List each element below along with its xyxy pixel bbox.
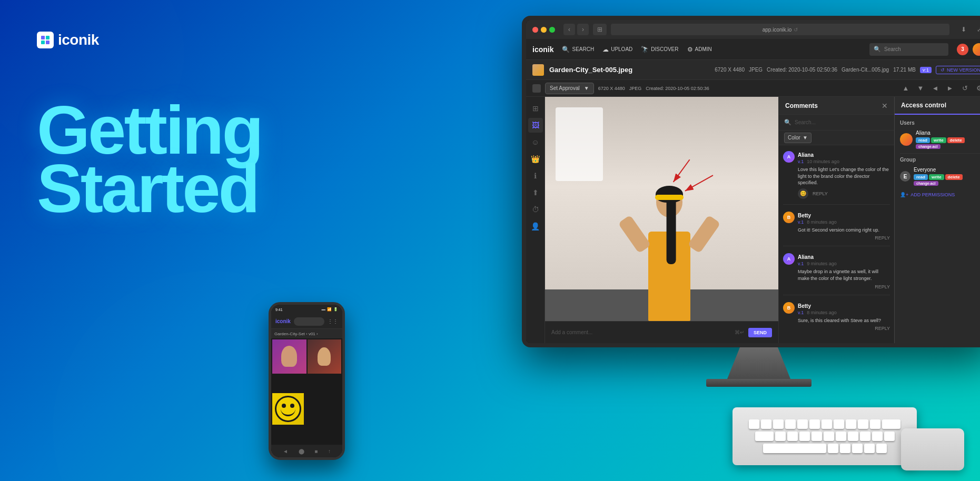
nav-admin[interactable]: ⚙ ADMIN	[687, 46, 712, 53]
sidebar-share-icon[interactable]: ⬆	[528, 185, 543, 200]
reaction-icon-1: 😊	[800, 191, 806, 196]
file-format: JPEG	[749, 67, 763, 73]
access-control-title: Access control	[901, 102, 946, 109]
traffic-light-red[interactable]	[532, 27, 538, 33]
header-search-placeholder: Search	[884, 46, 901, 52]
user-info-aliana: Aliana read write delete change-acl	[916, 130, 980, 149]
back-icon[interactable]: ◄	[929, 83, 941, 94]
reply-btn-4[interactable]: REPLY	[783, 326, 890, 331]
key-7	[821, 419, 832, 429]
app-chrome: ‹ › ⊞ app.iconik.io ↺ ⬇ ⤢ iconik 🔍	[526, 20, 980, 343]
svg-rect-0	[41, 36, 45, 39]
comment-reaction-btn-1[interactable]: 😊	[798, 188, 808, 199]
user-permissions-aliana: read write delete change-acl	[916, 137, 980, 149]
traffic-light-green[interactable]	[549, 27, 555, 33]
phone-thumb-3[interactable]	[272, 393, 304, 425]
key-r	[811, 432, 822, 441]
send-button[interactable]: SEND	[748, 328, 772, 337]
reply-btn-3[interactable]: REPLY	[783, 284, 890, 289]
comment-user-row-3: A Aliana v.1 9 minutes ago	[783, 252, 890, 266]
comment-version-2: v.1	[798, 219, 804, 225]
browser-actions: ⬇ ⤢	[958, 24, 980, 35]
file-header: Garden-City_Set-005.jpeg 6720 X 4480 JPE…	[526, 60, 980, 80]
prev-arrow-icon[interactable]: ▲	[900, 83, 912, 94]
sidebar-info-icon[interactable]: ℹ	[528, 168, 543, 183]
search-nav-icon: 🔍	[562, 46, 570, 53]
sidebar: ⊞ 🖼 ☺ 👑 ℹ ⬆ ⏱ 👤	[526, 97, 545, 343]
access-control-header: Access control	[895, 97, 980, 115]
comments-panel-close[interactable]: ✕	[882, 102, 888, 110]
forward-button[interactable]: ›	[577, 24, 589, 35]
nav-upload[interactable]: ☁ UPLOAD	[602, 46, 632, 53]
next-arrow-icon[interactable]: ▼	[915, 83, 926, 94]
access-control-content: Users Aliana read write delete change-	[895, 115, 980, 205]
file-name-short: Garden-Cit...005.jpg	[842, 67, 889, 73]
group-row-everyone: E Everyone read write delete change-acl	[900, 167, 980, 186]
url-bar[interactable]: app.iconik.io ↺	[611, 24, 949, 35]
sidebar-crown-icon[interactable]: 👑	[528, 152, 543, 166]
reply-btn-2[interactable]: REPLY	[783, 235, 890, 241]
reply-btn-1[interactable]: REPLY	[813, 191, 828, 196]
sidebar-face-icon[interactable]: ☺	[528, 135, 543, 149]
photo-background	[545, 97, 778, 321]
phone-thumb-2[interactable]	[308, 339, 342, 374]
phone-share-icon[interactable]: ↑	[328, 448, 331, 454]
sidebar-user-icon[interactable]: 👤	[528, 219, 543, 234]
perm-delete-aliana: delete	[947, 137, 965, 143]
file-size: 17.21 MB	[893, 67, 916, 73]
app-logo: iconik	[532, 45, 553, 54]
trackpad[interactable]	[901, 428, 964, 470]
comments-search-placeholder[interactable]: Search...	[795, 119, 889, 125]
refresh-icon[interactable]: ↺	[959, 83, 971, 94]
toolbar-settings-icon[interactable]: ⚙	[974, 83, 980, 94]
phone-recent-icon[interactable]: ■	[314, 448, 318, 454]
status-dropdown-icon: ▼	[584, 85, 589, 91]
group-icon-everyone: E	[900, 171, 910, 182]
back-button[interactable]: ‹	[563, 24, 575, 35]
key-f	[864, 444, 875, 453]
app-header: iconik 🔍 SEARCH ☁ UPLOAD 🔭 DISCOVER	[526, 39, 980, 60]
perm-read-aliana: read	[916, 137, 930, 143]
layout-button[interactable]: ⊞	[593, 24, 607, 35]
browser-nav: ‹ ›	[563, 24, 589, 35]
sidebar-grid-icon[interactable]: ⊞	[528, 101, 543, 116]
phone-home-icon[interactable]: ⬤	[299, 448, 304, 454]
traffic-lights	[532, 27, 555, 33]
users-section-title: Users	[900, 120, 980, 126]
nav-search[interactable]: 🔍 SEARCH	[562, 46, 594, 53]
comments-search-icon: 🔍	[784, 119, 791, 126]
status-select[interactable]: Set Approval ▼	[545, 83, 594, 94]
new-version-button[interactable]: ↺ NEW VERSION	[936, 66, 980, 74]
download-icon[interactable]: ⬇	[958, 24, 969, 35]
keyboard-row-3	[763, 444, 887, 453]
phone-menu-icon[interactable]: ⋮⋮	[328, 318, 338, 324]
phone-thumb-1[interactable]	[272, 339, 306, 374]
smiley-mouth	[281, 409, 295, 416]
forward-icon[interactable]: ►	[944, 83, 956, 94]
key-1	[749, 419, 759, 429]
comment-user-row-1: A Aliana v.1 10 minutes ago	[783, 149, 890, 164]
phone-search-bar[interactable]	[294, 317, 324, 326]
key-q	[775, 432, 786, 441]
wifi-icon: 📶	[327, 307, 332, 312]
header-search-bar[interactable]: 🔍 Search	[869, 43, 948, 56]
traffic-light-yellow[interactable]	[541, 27, 547, 33]
app-nav: 🔍 SEARCH ☁ UPLOAD 🔭 DISCOVER ⚙ ADMIN	[562, 46, 711, 53]
fullscreen-icon[interactable]: ⤢	[974, 24, 980, 35]
phone-back-icon[interactable]: ◄	[283, 448, 288, 454]
add-permissions-button[interactable]: 👤+ ADD PERMISSIONS	[900, 190, 980, 199]
color-filter[interactable]: Color ▼	[784, 133, 811, 143]
sidebar-history-icon[interactable]: ⏱	[528, 202, 543, 217]
toolbar-right: ▲ ▼ ◄ ► ↺ ⚙	[900, 83, 980, 94]
header-icons: 3	[957, 43, 980, 56]
comment-item-3: A Aliana v.1 9 minutes ago Maybe drop in	[783, 252, 890, 295]
sidebar-image-icon[interactable]: 🖼	[528, 118, 543, 133]
user-avatar[interactable]	[973, 43, 980, 56]
comment-text-1: Love this light! Let's change the color …	[783, 166, 890, 186]
comments-list: A Aliana v.1 10 minutes ago Love this li…	[779, 145, 894, 343]
comment-username-1: Aliana	[798, 152, 814, 158]
comment-item-4: B Betty v.1 8 minutes ago Sure, is this …	[783, 300, 890, 337]
comment-input-bar: Add a comment... ⌘↵ SEND	[545, 321, 778, 343]
notification-badge[interactable]: 3	[957, 44, 968, 55]
nav-discover[interactable]: 🔭 DISCOVER	[641, 46, 678, 53]
